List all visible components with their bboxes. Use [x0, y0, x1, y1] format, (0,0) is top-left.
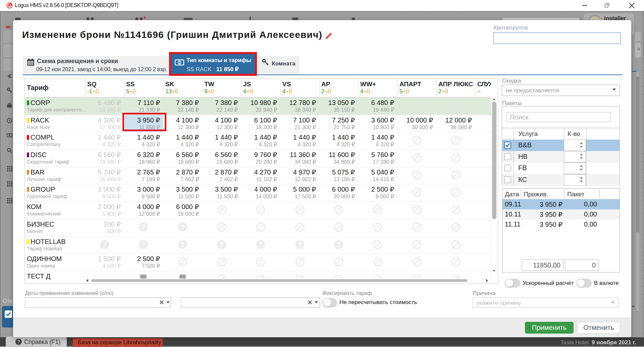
- svg-text:1: 1: [178, 60, 180, 64]
